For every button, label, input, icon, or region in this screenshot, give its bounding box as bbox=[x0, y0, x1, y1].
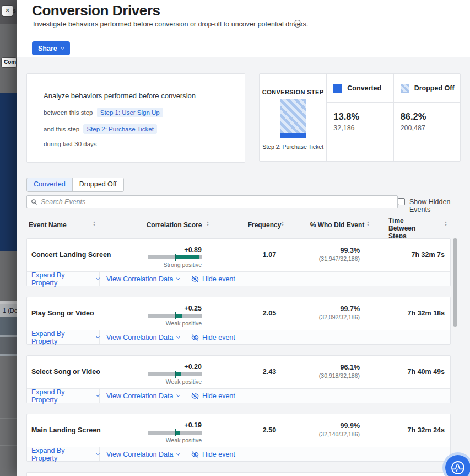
correlation-bar bbox=[148, 314, 202, 318]
expand-by-property-label: Expand By Property bbox=[31, 330, 93, 345]
view-correlation-data-label: View Correlation Data bbox=[106, 334, 173, 341]
who-did-event-cell: 99.3% (31,947/32,186) bbox=[319, 247, 360, 262]
column-event-name: Event Name bbox=[29, 221, 67, 229]
correlation-fill bbox=[175, 255, 199, 259]
row-actions-bar: Expand By Property View Correlation Data… bbox=[27, 271, 450, 286]
correlation-center-tick bbox=[175, 429, 176, 436]
sort-icon[interactable] bbox=[444, 221, 447, 227]
dropped-off-legend: Dropped Off bbox=[394, 74, 460, 103]
correlation-strength-label: Weak positive bbox=[148, 320, 202, 327]
column-correlation-score: Correlation Score bbox=[130, 221, 218, 229]
dropped-off-values: 86.2% 200,487 bbox=[401, 111, 426, 132]
expand-by-property-button[interactable]: Expand By Property bbox=[27, 389, 100, 403]
who-did-fraction: (31,947/32,186) bbox=[319, 255, 360, 262]
dropped-off-label: Dropped Off bbox=[414, 84, 455, 92]
eye-off-icon bbox=[191, 275, 199, 283]
sort-icon[interactable] bbox=[281, 221, 284, 227]
vertical-scrollbar[interactable] bbox=[453, 238, 457, 327]
who-did-event-cell: 99.7% (32,092/32,186) bbox=[319, 305, 360, 320]
hide-event-button[interactable]: Hide event bbox=[182, 389, 235, 403]
background-divider bbox=[0, 418, 17, 419]
show-hidden-checkbox[interactable] bbox=[398, 198, 405, 205]
time-between-steps-value: 7h 40m 49s bbox=[408, 368, 445, 376]
panel-content: Analyze behaviors performed before conve… bbox=[17, 57, 470, 476]
sort-icon[interactable] bbox=[206, 221, 209, 227]
view-correlation-data-button[interactable]: View Correlation Data bbox=[100, 389, 182, 403]
share-button[interactable]: Share bbox=[32, 41, 70, 55]
dropped-off-bar-segment bbox=[280, 99, 306, 133]
chevron-down-icon bbox=[96, 276, 100, 280]
hide-event-label: Hide event bbox=[202, 392, 235, 400]
conversion-step-card: CONVERSION STEP Step 2: Purchase Ticket … bbox=[259, 73, 461, 162]
event-name: Concert Landing Screen bbox=[31, 251, 111, 259]
who-did-percent: 99.3% bbox=[319, 247, 360, 254]
dropped-off-count: 200,487 bbox=[401, 124, 426, 132]
during-label: during last 30 days bbox=[44, 141, 97, 147]
correlation-score-cell: +0.19 Weak positive bbox=[148, 421, 202, 443]
view-correlation-data-button[interactable]: View Correlation Data bbox=[100, 330, 182, 344]
tab-dropped-off[interactable]: Dropped Off bbox=[73, 178, 123, 191]
chevron-down-icon bbox=[96, 393, 100, 397]
correlation-strength-label: Weak positive bbox=[148, 378, 202, 385]
hide-event-button[interactable]: Hide event bbox=[182, 447, 235, 461]
frequency-value: 2.50 bbox=[242, 426, 297, 434]
correlation-score-cell: +0.20 Weak positive bbox=[148, 363, 202, 385]
expand-by-property-button[interactable]: Expand By Property bbox=[27, 272, 100, 286]
expand-by-property-button[interactable]: Expand By Property bbox=[27, 330, 100, 344]
search-input[interactable] bbox=[41, 198, 393, 206]
sort-icon[interactable] bbox=[366, 221, 370, 227]
assistant-fab-button[interactable] bbox=[445, 455, 470, 476]
converted-column: Converted 13.8% 32,186 bbox=[326, 74, 393, 161]
who-did-fraction: (32,092/32,186) bbox=[319, 314, 360, 320]
row-actions-bar: Expand By Property View Correlation Data… bbox=[27, 388, 450, 403]
converted-percent: 13.8% bbox=[333, 111, 359, 122]
conversion-step-column: CONVERSION STEP Step 2: Purchase Ticket bbox=[260, 74, 326, 161]
background-divider bbox=[0, 445, 17, 446]
row-main: Select Song or Video +0.20 Weak positive… bbox=[27, 356, 450, 389]
correlation-strength-label: Weak positive bbox=[148, 437, 202, 443]
close-icon[interactable]: × bbox=[2, 6, 13, 16]
analysis-summary-card: Analyze behaviors performed before conve… bbox=[26, 73, 245, 163]
conversion-bar-chart bbox=[280, 99, 306, 138]
background-app-strip: × s Com 1 (De bbox=[0, 0, 17, 476]
table-row-partial bbox=[26, 472, 451, 476]
and-step-line: and this step Step 2: Purchase Ticket bbox=[44, 124, 157, 134]
table-row: Concert Landing Screen +0.89 Strong posi… bbox=[26, 238, 451, 286]
step1-pill[interactable]: Step 1: User Sign Up bbox=[97, 108, 163, 117]
correlation-bar bbox=[148, 255, 202, 259]
background-compare-button[interactable]: Com bbox=[1, 57, 17, 68]
tab-converted[interactable]: Converted bbox=[27, 178, 73, 191]
sort-icon[interactable] bbox=[93, 221, 96, 227]
view-correlation-data-button[interactable]: View Correlation Data bbox=[100, 447, 182, 461]
chevron-down-icon bbox=[96, 335, 100, 339]
hide-event-button[interactable]: Hide event bbox=[182, 330, 235, 344]
table-header: Event Name Correlation Score Frequency %… bbox=[26, 214, 451, 236]
correlation-bar bbox=[148, 372, 202, 376]
hide-event-button[interactable]: Hide event bbox=[182, 272, 235, 286]
eye-off-icon bbox=[191, 334, 199, 341]
correlation-value: +0.25 bbox=[148, 304, 202, 312]
column-time-between-steps: Time Between Steps bbox=[388, 217, 424, 240]
and-step-label: and this step bbox=[44, 126, 79, 132]
background-chart-bar bbox=[0, 93, 17, 251]
time-between-steps-value: 7h 32m 24s bbox=[408, 426, 445, 434]
background-panel-3 bbox=[0, 356, 17, 476]
show-hidden-label[interactable]: Show Hidden Events bbox=[409, 198, 470, 213]
step2-pill[interactable]: Step 2: Purchase Ticket bbox=[83, 124, 156, 134]
expand-by-property-label: Expand By Property bbox=[31, 271, 93, 287]
time-between-steps-value: 7h 32m 7s bbox=[412, 251, 445, 259]
converted-label: Converted bbox=[347, 84, 381, 92]
conversion-step-title: CONVERSION STEP bbox=[260, 89, 326, 95]
converted-dropped-tabs: Converted Dropped Off bbox=[26, 178, 124, 192]
correlation-score-cell: +0.25 Weak positive bbox=[148, 304, 202, 327]
background-partial-text: s bbox=[13, 7, 16, 14]
summary-line: Analyze behaviors performed before conve… bbox=[44, 92, 196, 100]
row-main: Concert Landing Screen +0.89 Strong posi… bbox=[27, 239, 450, 272]
chevron-down-icon bbox=[176, 276, 180, 280]
expand-by-property-button[interactable]: Expand By Property bbox=[27, 447, 100, 461]
between-step-label: between this step bbox=[44, 109, 93, 116]
view-correlation-data-button[interactable]: View Correlation Data bbox=[100, 272, 182, 286]
eye-off-icon bbox=[191, 392, 199, 400]
correlation-fill bbox=[175, 431, 180, 435]
info-icon[interactable]: i bbox=[294, 20, 301, 28]
